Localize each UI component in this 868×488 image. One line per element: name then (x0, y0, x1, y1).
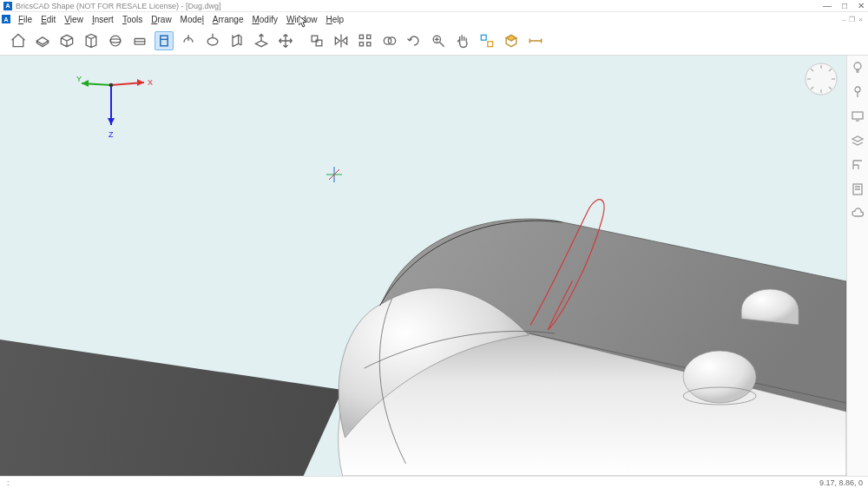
svg-point-11 (388, 36, 395, 43)
cloud-icon[interactable] (851, 207, 865, 221)
layers-icon[interactable] (851, 134, 865, 148)
menu-modify[interactable]: Modify (247, 15, 281, 24)
copy-icon[interactable] (307, 31, 326, 50)
selection-icon[interactable] (477, 31, 496, 50)
command-prompt[interactable]: : (7, 478, 10, 487)
svg-point-23 (109, 83, 114, 88)
slice-icon[interactable] (252, 31, 271, 50)
sphere-icon[interactable] (106, 31, 125, 50)
coordinates-readout: 9.17, 8.86, 0 (819, 478, 863, 487)
save-icon[interactable] (82, 31, 101, 50)
svg-rect-9 (367, 42, 371, 45)
menu-file[interactable]: File (14, 15, 36, 24)
svg-point-3 (207, 37, 218, 44)
loft-icon[interactable] (227, 31, 247, 50)
ucs-x-label: X (148, 78, 153, 87)
open-icon[interactable] (57, 31, 76, 50)
mdi-controls: – ❐ × (842, 16, 866, 23)
crosshair-cursor (326, 167, 342, 182)
menu-view[interactable]: View (60, 15, 88, 24)
menu-tools[interactable]: Tools (118, 15, 147, 24)
main-area: X Y Z (0, 56, 868, 476)
svg-rect-8 (359, 42, 363, 45)
close-button[interactable]: ✕ (858, 1, 865, 10)
svg-rect-38 (852, 112, 863, 119)
ucs-y-label: Y (76, 75, 82, 83)
document-icon: A (2, 15, 10, 23)
rotate-icon[interactable] (404, 31, 424, 50)
new-icon[interactable] (33, 31, 52, 50)
window-controls: — □ ✕ (823, 1, 865, 10)
move-icon[interactable] (276, 31, 295, 50)
sheet-icon[interactable] (851, 182, 865, 196)
toolbar (0, 26, 868, 56)
title-bar: A BricsCAD Shape (NOT FOR RESALE License… (0, 0, 868, 12)
svg-rect-2 (161, 36, 168, 46)
maximize-button[interactable]: □ (842, 1, 847, 10)
ucs-z-label: Z (108, 130, 114, 139)
menu-model[interactable]: Model (176, 15, 208, 24)
svg-marker-20 (82, 80, 89, 87)
section-icon[interactable] (851, 158, 865, 172)
svg-marker-22 (108, 118, 115, 125)
menu-insert[interactable]: Insert (88, 15, 118, 24)
svg-point-15 (683, 351, 756, 403)
svg-rect-6 (359, 35, 363, 38)
display-icon[interactable] (851, 109, 865, 123)
mirror-icon[interactable] (332, 31, 351, 50)
measure-icon[interactable] (526, 31, 545, 50)
extrude-icon[interactable] (130, 31, 149, 50)
svg-point-0 (110, 36, 121, 46)
viewport[interactable]: X Y Z (0, 56, 847, 476)
ucs-axes: X Y Z (76, 75, 155, 144)
svg-point-36 (854, 63, 861, 69)
sweep-icon[interactable] (203, 31, 222, 50)
status-bar: : 9.17, 8.86, 0 (0, 476, 868, 488)
svg-rect-14 (488, 41, 493, 46)
menu-help[interactable]: Help (322, 15, 349, 24)
right-panel (847, 56, 868, 476)
array-icon[interactable] (356, 31, 375, 50)
menu-arrange[interactable]: Arrange (208, 15, 248, 24)
svg-rect-13 (481, 35, 486, 40)
svg-point-37 (855, 87, 860, 92)
mdi-restore[interactable]: ❐ (849, 16, 855, 23)
menu-bar: A File Edit View Insert Tools Draw Model… (0, 12, 868, 26)
lookfrom-widget[interactable] (803, 61, 839, 97)
menu-edit[interactable]: Edit (36, 15, 60, 24)
mdi-minimize[interactable]: – (842, 16, 845, 23)
revolve-icon[interactable] (179, 31, 198, 50)
app-icon: A (3, 2, 12, 10)
bulb-icon[interactable] (851, 61, 865, 75)
window-title: BricsCAD Shape (NOT FOR RESALE License) … (16, 2, 823, 10)
union-icon[interactable] (380, 31, 399, 50)
minimize-button[interactable]: — (823, 1, 832, 10)
pan-icon[interactable] (453, 31, 472, 50)
svg-rect-7 (367, 35, 371, 38)
home-icon[interactable] (9, 31, 28, 50)
menu-draw[interactable]: Draw (147, 15, 175, 24)
svg-point-1 (110, 38, 121, 42)
mdi-close[interactable]: × (858, 16, 863, 23)
zoom-extents-icon[interactable] (429, 31, 448, 50)
menu-window[interactable]: Window (282, 15, 322, 24)
pin-icon[interactable] (851, 85, 865, 99)
svg-marker-18 (137, 79, 144, 86)
push-pull-icon[interactable] (155, 31, 174, 50)
materials-icon[interactable] (502, 31, 521, 50)
